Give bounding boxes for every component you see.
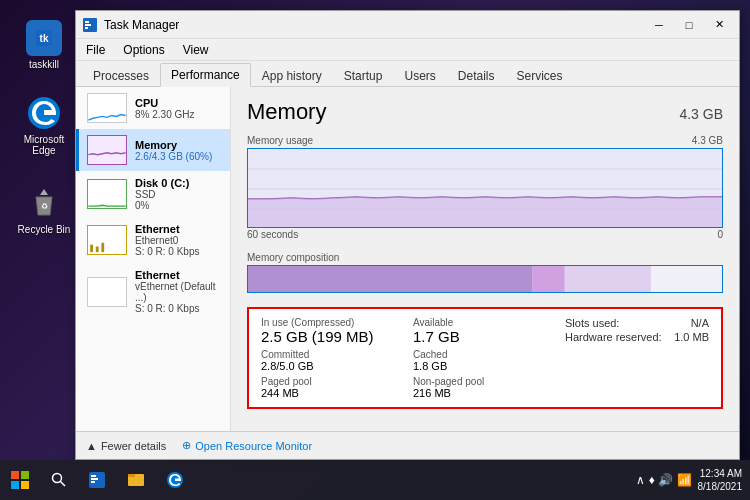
desktop-icon-taskkill[interactable]: tk taskkill	[14, 20, 74, 70]
svg-rect-18	[248, 266, 532, 293]
slots-value: N/A	[691, 317, 709, 329]
svg-rect-6	[85, 24, 91, 26]
svg-rect-29	[91, 475, 96, 477]
hw-reserved-value: 1.0 MB	[674, 331, 709, 343]
cpu-mini-graph	[87, 93, 127, 123]
memory-title: Memory	[135, 139, 222, 151]
memory-sub: 2.6/4.3 GB (60%)	[135, 151, 222, 162]
available-value: 1.7 GB	[413, 328, 557, 345]
svg-rect-21	[651, 266, 722, 293]
start-button[interactable]	[0, 460, 40, 500]
tab-services[interactable]: Services	[506, 64, 574, 87]
svg-rect-12	[88, 278, 125, 306]
available-label: Available	[413, 317, 557, 328]
paged-pool-value: 244 MB	[261, 387, 405, 399]
composition-label: Memory composition	[247, 252, 723, 263]
resource-monitor-icon: ⊕	[182, 439, 191, 452]
svg-rect-19	[532, 266, 564, 293]
desktop-icon-edge-label: Microsoft Edge	[14, 134, 74, 156]
svg-rect-33	[128, 474, 135, 477]
left-panel: CPU 8% 2.30 GHz Memory 2.6/4.3 GB (60%)	[76, 87, 231, 431]
ethernet0-sub: Ethernet0	[135, 235, 222, 246]
memory-usage-section: Memory usage 4.3 GB	[247, 135, 723, 242]
svg-rect-7	[85, 27, 88, 29]
open-resource-monitor-button[interactable]: ⊕ Open Resource Monitor	[182, 439, 312, 452]
menu-options[interactable]: Options	[119, 41, 168, 59]
tab-performance[interactable]: Performance	[160, 63, 251, 87]
desktop-icon-taskkill-label: taskkill	[29, 59, 59, 70]
perf-item-ethernet1[interactable]: Ethernet vEthernet (Default ...) S: 0 R:…	[76, 263, 230, 320]
tabs-bar: Processes Performance App history Startu…	[76, 61, 739, 87]
perf-item-disk[interactable]: Disk 0 (C:) SSD 0%	[76, 171, 230, 217]
paged-pool-label: Paged pool	[261, 376, 405, 387]
ethernet1-title: Ethernet	[135, 269, 222, 281]
clock-date: 8/18/2021	[698, 480, 743, 493]
cpu-title: CPU	[135, 97, 222, 109]
ethernet0-title: Ethernet	[135, 223, 222, 235]
stat-paged-pool: Paged pool 244 MB	[261, 376, 405, 399]
content-area: CPU 8% 2.30 GHz Memory 2.6/4.3 GB (60%)	[76, 87, 739, 431]
clock-time: 12:34 AM	[698, 467, 743, 480]
perf-item-cpu[interactable]: CPU 8% 2.30 GHz	[76, 87, 230, 129]
memory-usage-chart	[247, 148, 723, 228]
fewer-details-button[interactable]: ▲ Fewer details	[86, 440, 166, 452]
usage-max-text: 4.3 GB	[692, 135, 723, 146]
tab-processes[interactable]: Processes	[82, 64, 160, 87]
disk-title: Disk 0 (C:)	[135, 177, 222, 189]
maximize-button[interactable]: □	[675, 15, 703, 35]
taskbar-search[interactable]	[40, 460, 78, 500]
svg-rect-30	[91, 478, 98, 480]
taskbar-clock[interactable]: 12:34 AM 8/18/2021	[698, 467, 743, 493]
committed-label: Committed	[261, 349, 405, 360]
perf-item-ethernet0[interactable]: Ethernet Ethernet0 S: 0 R: 0 Kbps	[76, 217, 230, 263]
stat-in-use: In use (Compressed) 2.5 GB (199 MB)	[261, 317, 405, 345]
memory-composition-chart	[247, 265, 723, 293]
tab-users[interactable]: Users	[393, 64, 446, 87]
tab-startup[interactable]: Startup	[333, 64, 394, 87]
stat-available: Available 1.7 GB	[413, 317, 557, 345]
taskbar-task-manager[interactable]	[78, 460, 116, 500]
desktop-icon-recycle[interactable]: ♻ Recycle Bin	[14, 185, 74, 235]
svg-rect-24	[11, 481, 19, 489]
memory-section-title: Memory	[247, 99, 326, 125]
perf-item-memory[interactable]: Memory 2.6/4.3 GB (60%)	[76, 129, 230, 171]
svg-text:♻: ♻	[41, 202, 48, 211]
resource-monitor-label: Open Resource Monitor	[195, 440, 312, 452]
window-controls: ─ □ ✕	[645, 15, 733, 35]
ethernet0-value: S: 0 R: 0 Kbps	[135, 246, 222, 257]
taskbar-tray: ∧ ♦ 🔊 📶 12:34 AM 8/18/2021	[636, 467, 750, 493]
memory-stats-box: In use (Compressed) 2.5 GB (199 MB) Avai…	[247, 307, 723, 409]
cached-value: 1.8 GB	[413, 360, 557, 372]
footer: ▲ Fewer details ⊕ Open Resource Monitor	[76, 431, 739, 459]
stat-non-paged: Non-paged pool 216 MB	[413, 376, 557, 399]
ethernet1-mini-graph	[87, 277, 127, 307]
cached-label: Cached	[413, 349, 557, 360]
svg-point-26	[53, 474, 62, 483]
svg-rect-8	[88, 226, 125, 254]
svg-rect-25	[21, 481, 29, 489]
disk-value: 0%	[135, 200, 222, 211]
title-bar: Task Manager ─ □ ✕	[76, 11, 739, 39]
taskbar-pinned-items	[78, 460, 194, 500]
taskbar-file-explorer[interactable]	[117, 460, 155, 500]
composition-label-text: Memory composition	[247, 252, 339, 263]
stat-slots-hw: Slots used: N/A Hardware reserved: 1.0 M…	[565, 317, 709, 345]
taskbar-edge[interactable]	[156, 460, 194, 500]
non-paged-label: Non-paged pool	[413, 376, 557, 387]
memory-total: 4.3 GB	[679, 106, 723, 122]
tab-details[interactable]: Details	[447, 64, 506, 87]
fewer-details-label: Fewer details	[101, 440, 166, 452]
stat-empty2	[565, 376, 709, 399]
ethernet1-value: S: 0 R: 0 Kbps	[135, 303, 222, 314]
svg-rect-10	[96, 247, 99, 253]
minimize-button[interactable]: ─	[645, 15, 673, 35]
desktop-icon-edge[interactable]: Microsoft Edge	[14, 95, 74, 156]
tab-app-history[interactable]: App history	[251, 64, 333, 87]
non-paged-value: 216 MB	[413, 387, 557, 399]
menu-file[interactable]: File	[82, 41, 109, 59]
menu-view[interactable]: View	[179, 41, 213, 59]
usage-label-text: Memory usage	[247, 135, 313, 146]
close-button[interactable]: ✕	[705, 15, 733, 35]
in-use-label: In use (Compressed)	[261, 317, 405, 328]
disk-sub: SSD	[135, 189, 222, 200]
